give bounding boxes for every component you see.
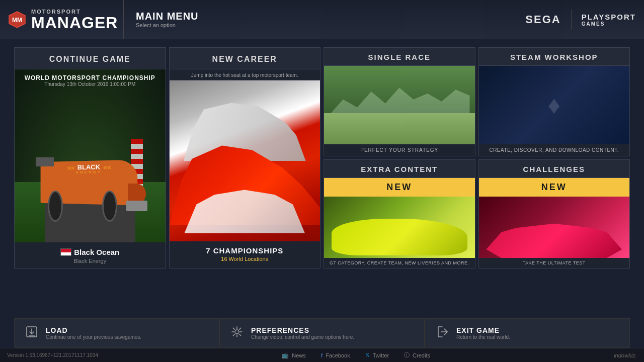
facebook-label: Facebook — [326, 352, 350, 358]
championship-name: WORLD MOTORSPORT CHAMPIONSHIP — [15, 74, 166, 81]
extra-content-card[interactable]: EXTRA CONTENT NEW GT CATEGORY, CREATE TE… — [324, 159, 475, 268]
car-wheel2-deco — [102, 191, 117, 222]
exit-game-button[interactable]: EXIT GAME Return to the real world. — [425, 318, 630, 348]
load-title: LOAD — [46, 326, 141, 334]
extra-content-desc: GT CATEGORY, CREATE TEAM, NEW LIVERIES A… — [324, 258, 475, 268]
exit-text: EXIT GAME Return to the real world. — [456, 326, 510, 340]
load-button[interactable]: LOAD Continue one of your previous saveg… — [14, 318, 219, 348]
gt-car-deco — [332, 219, 467, 255]
extra-content-image — [324, 197, 475, 258]
exit-sub: Return to the real world. — [456, 334, 510, 340]
single-race-art — [324, 66, 475, 144]
championships-count: 7 CHAMPIONSHIPS — [176, 246, 314, 255]
credits-icon: ⓘ — [404, 351, 410, 359]
steam-workshop-card[interactable]: STEAM WORKSHOP ♦ CREATE, DISCOVER, AND D… — [478, 47, 630, 156]
steam-art: ♦ — [479, 66, 630, 144]
exit-title: EXIT GAME — [456, 326, 510, 334]
be-chevrons-icon: »» — [67, 164, 74, 171]
single-race-desc: PERFECT YOUR STRATEGY — [324, 144, 475, 156]
footer-links: 📺 News f Facebook 𝕏 Twitter ⓘ Credits — [282, 351, 430, 359]
twitter-label: Twitter — [373, 352, 389, 358]
extra-content-badge: NEW — [324, 178, 475, 197]
main-menu-subtitle: Select an option — [136, 22, 525, 28]
menu-grid: CONTINUE GAME WORLD MOTORSPORT CHAMPIONS… — [14, 47, 630, 268]
load-icon — [25, 325, 39, 342]
svg-point-4 — [235, 330, 239, 334]
twitter-icon: 𝕏 — [365, 352, 370, 358]
be-chevrons2-icon: «« — [103, 163, 111, 171]
continue-art: WORLD MOTORSPORT CHAMPIONSHIP Thursday 1… — [15, 69, 166, 242]
continue-footer: Black Ocean Black Energy — [15, 242, 166, 268]
save-team: Black Energy — [21, 258, 159, 264]
new-career-card[interactable]: NEW CAREER Jump into the hot seat at a t… — [169, 47, 321, 268]
new-career-desc: Jump into the hot seat at a top motorspo… — [170, 69, 320, 80]
logo-text: MOTORSPORT MANAGER — [31, 9, 118, 31]
steam-workshop-desc: CREATE, DISCOVER, AND DOWNLOAD CONTENT. — [479, 144, 630, 156]
car-wing-front-deco — [126, 201, 147, 211]
challenges-badge: NEW — [479, 178, 630, 197]
challenges-image — [479, 197, 630, 258]
flag-icon — [60, 248, 71, 256]
extra-content-title: EXTRA CONTENT — [324, 160, 475, 178]
indonesia-flag — [60, 247, 74, 256]
main-content: CONTINUE GAME WORLD MOTORSPORT CHAMPIONS… — [0, 39, 644, 318]
sega-logo: SEGA — [525, 13, 560, 26]
steam-workshop-image: ♦ — [479, 66, 630, 144]
menu-title-area: MAIN MENU Select an option — [124, 11, 525, 28]
facebook-link[interactable]: f Facebook — [321, 352, 350, 358]
sr-buildings-deco — [329, 76, 470, 115]
logo-manager: MANAGER — [31, 15, 118, 31]
version-text: Version 1.53.16967+121.20171117.1034 — [7, 352, 98, 358]
world-locations: 16 World Locations — [176, 256, 314, 262]
facebook-icon: f — [321, 352, 323, 358]
exit-icon — [435, 325, 449, 342]
news-link[interactable]: 📺 News — [282, 352, 306, 358]
flag-white — [61, 252, 71, 256]
logo-area: MM MOTORSPORT MANAGER — [8, 0, 124, 39]
game-logo-icon: MM — [8, 10, 26, 30]
save-name: Black Ocean — [74, 248, 119, 256]
header: MM MOTORSPORT MANAGER MAIN MENU Select a… — [0, 0, 644, 39]
continue-game-title: CONTINUE GAME — [15, 48, 166, 69]
challenges-desc: TAKE THE ULTIMATE TEST — [479, 258, 630, 268]
championship-date: Thursday 13th October 2016 1:00:00 PM — [15, 81, 166, 87]
new-career-footer: 7 CHAMPIONSHIPS 16 World Locations — [170, 241, 320, 268]
single-race-card[interactable]: SINGLE RACE PERFECT YOUR STRATEGY — [324, 47, 475, 156]
col4-split: STEAM WORKSHOP ♦ CREATE, DISCOVER, AND D… — [478, 47, 630, 268]
load-sub: Continue one of your previous savegames. — [46, 334, 141, 340]
preferences-button[interactable]: PREFERENCES Change video, control and ga… — [219, 318, 425, 348]
new-career-image — [170, 80, 320, 241]
car-wheel1-deco — [48, 191, 63, 222]
challenges-title: CHALLENGES — [479, 160, 630, 178]
footer-brand: indowhiz. — [614, 352, 637, 358]
steam-logo-icon: ♦ — [547, 90, 560, 120]
single-race-title: SINGLE RACE — [324, 48, 475, 66]
challenges-car-deco — [479, 215, 630, 258]
single-race-image — [324, 66, 475, 144]
extra-art — [324, 197, 475, 258]
news-label: News — [292, 352, 306, 358]
twitter-link[interactable]: 𝕏 Twitter — [365, 352, 389, 358]
news-icon: 📺 — [282, 352, 289, 358]
col3-split: SINGLE RACE PERFECT YOUR STRATEGY EXTRA … — [324, 47, 475, 268]
credits-label: Credits — [413, 352, 430, 358]
credits-link[interactable]: ⓘ Credits — [404, 351, 430, 359]
main-menu-title: MAIN MENU — [136, 11, 525, 22]
car-wing-rear-deco — [36, 157, 54, 166]
be-logo-sub: ENERGY — [47, 169, 134, 175]
challenges-art — [479, 197, 630, 258]
new-career-art — [170, 80, 320, 241]
challenges-card[interactable]: CHALLENGES NEW TAKE THE ULTIMATE TEST — [478, 159, 630, 268]
footer: Version 1.53.16967+121.20171117.1034 📺 N… — [0, 348, 644, 362]
continue-game-image: WORLD MOTORSPORT CHAMPIONSHIP Thursday 1… — [15, 69, 166, 242]
playsport-logo: PLAYSPORT GAMES — [582, 13, 636, 27]
preferences-title: PREFERENCES — [251, 326, 354, 334]
steam-workshop-title: STEAM WORKSHOP — [479, 48, 630, 66]
bottom-bar: LOAD Continue one of your previous saveg… — [14, 318, 630, 348]
publisher-logos: SEGA PLAYSPORT GAMES — [525, 10, 636, 30]
load-text: LOAD Continue one of your previous saveg… — [46, 326, 141, 340]
continue-game-card[interactable]: CONTINUE GAME WORLD MOTORSPORT CHAMPIONS… — [14, 47, 166, 268]
preferences-text: PREFERENCES Change video, control and ga… — [251, 326, 354, 340]
svg-text:MM: MM — [12, 17, 22, 24]
sr-track-deco — [324, 113, 475, 144]
